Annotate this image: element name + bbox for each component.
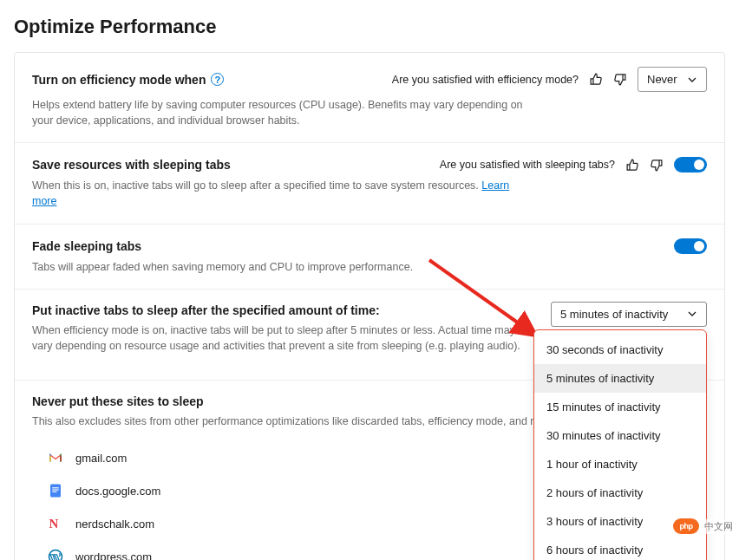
sleep-option[interactable]: 5 minutes of inactivity bbox=[534, 364, 706, 393]
svg-rect-1 bbox=[52, 487, 59, 488]
sleep-option[interactable]: 30 seconds of inactivity bbox=[534, 335, 706, 364]
sleep-option[interactable]: 6 hours of inactivity bbox=[534, 536, 706, 560]
section-fade-tabs: Fade sleeping tabs Tabs will appear fade… bbox=[15, 225, 724, 290]
thumbs-down-icon[interactable] bbox=[612, 72, 627, 87]
efficiency-mode-dropdown[interactable]: Never bbox=[638, 67, 707, 92]
gmail-icon bbox=[48, 450, 63, 466]
thumbs-up-icon[interactable] bbox=[625, 158, 640, 173]
help-icon[interactable]: ? bbox=[211, 73, 224, 86]
page-title: Optimize Performance bbox=[14, 16, 725, 38]
thumbs-up-icon[interactable] bbox=[589, 72, 604, 87]
site-label: docs.google.com bbox=[75, 485, 160, 498]
efficiency-title: Turn on efficiency mode when bbox=[32, 73, 206, 87]
settings-card: Turn on efficiency mode when ? Are you s… bbox=[14, 52, 725, 560]
svg-text:N: N bbox=[49, 517, 59, 531]
nerdschalk-icon: N bbox=[48, 516, 63, 531]
sleep-time-title: Put inactive tabs to sleep after the spe… bbox=[32, 303, 526, 317]
chevron-down-icon bbox=[687, 309, 697, 319]
sleep-time-options: 30 seconds of inactivity 5 minutes of in… bbox=[533, 329, 707, 560]
efficiency-dropdown-value: Never bbox=[647, 73, 677, 86]
sleep-time-selected: 5 minutes of inactivity bbox=[560, 308, 668, 321]
sleep-time-desc: When efficiency mode is on, inactive tab… bbox=[32, 322, 535, 354]
section-sleep-time: Put inactive tabs to sleep after the spe… bbox=[15, 290, 724, 381]
fade-tabs-toggle[interactable] bbox=[674, 238, 707, 254]
wordpress-icon bbox=[48, 549, 63, 560]
section-sleeping-tabs: Save resources with sleeping tabs Are yo… bbox=[15, 143, 724, 224]
sleeping-title: Save resources with sleeping tabs bbox=[32, 158, 231, 172]
site-label: gmail.com bbox=[75, 452, 127, 465]
fade-desc: Tabs will appear faded when saving memor… bbox=[32, 259, 535, 275]
sleep-option[interactable]: 30 minutes of inactivity bbox=[534, 421, 706, 450]
efficiency-satisfied-text: Are you satisfied with efficiency mode? bbox=[392, 74, 579, 86]
site-label: wordpress.com bbox=[75, 550, 152, 561]
chevron-down-icon bbox=[687, 75, 697, 85]
sleep-option[interactable]: 2 hours of inactivity bbox=[534, 479, 706, 507]
gdocs-icon bbox=[48, 483, 63, 498]
fade-title: Fade sleeping tabs bbox=[32, 239, 141, 253]
sleeping-satisfied-text: Are you satisfied with sleeping tabs? bbox=[440, 159, 615, 171]
sleeping-desc-text: When this is on, inactive tabs will go t… bbox=[32, 179, 481, 192]
svg-rect-0 bbox=[50, 485, 61, 498]
sleeping-desc: When this is on, inactive tabs will go t… bbox=[32, 178, 535, 209]
svg-rect-2 bbox=[52, 490, 59, 491]
sleep-option[interactable]: 15 minutes of inactivity bbox=[534, 393, 706, 421]
sleeping-tabs-toggle[interactable] bbox=[674, 157, 707, 173]
sleep-option[interactable]: 1 hour of inactivity bbox=[534, 450, 706, 479]
svg-rect-3 bbox=[52, 492, 56, 492]
thumbs-down-icon[interactable] bbox=[649, 158, 664, 173]
section-efficiency-mode: Turn on efficiency mode when ? Are you s… bbox=[15, 53, 724, 143]
site-label: nerdschalk.com bbox=[75, 518, 154, 531]
sleep-option[interactable]: 3 hours of inactivity bbox=[534, 507, 706, 536]
sleep-time-dropdown[interactable]: 5 minutes of inactivity bbox=[551, 302, 707, 327]
efficiency-desc: Helps extend battery life by saving comp… bbox=[32, 97, 535, 128]
